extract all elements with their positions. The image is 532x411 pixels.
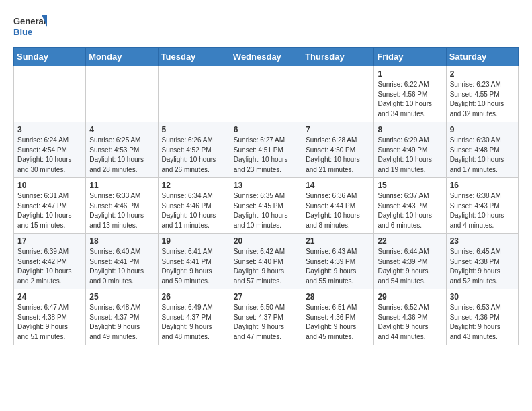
day-number: 1	[378, 69, 442, 79]
day-info: Sunrise: 6:52 AM Sunset: 4:36 PM Dayligh…	[378, 303, 442, 342]
day-number: 18	[89, 236, 154, 246]
day-info: Sunrise: 6:44 AM Sunset: 4:39 PM Dayligh…	[378, 247, 442, 286]
day-info: Sunrise: 6:28 AM Sunset: 4:50 PM Dayligh…	[306, 136, 370, 175]
day-number: 5	[162, 125, 226, 134]
calendar-cell: 2Sunrise: 6:23 AM Sunset: 4:55 PM Daylig…	[446, 66, 518, 122]
week-row-1: 3Sunrise: 6:24 AM Sunset: 4:54 PM Daylig…	[14, 122, 519, 178]
day-number: 9	[450, 125, 515, 134]
calendar-cell: 7Sunrise: 6:28 AM Sunset: 4:50 PM Daylig…	[302, 122, 374, 178]
calendar-cell: 14Sunrise: 6:36 AM Sunset: 4:44 PM Dayli…	[302, 178, 374, 234]
calendar-cell: 15Sunrise: 6:37 AM Sunset: 4:43 PM Dayli…	[374, 178, 446, 234]
calendar-cell: 4Sunrise: 6:25 AM Sunset: 4:53 PM Daylig…	[86, 122, 158, 178]
day-number: 21	[306, 236, 370, 246]
day-number: 20	[234, 236, 298, 246]
day-info: Sunrise: 6:41 AM Sunset: 4:41 PM Dayligh…	[162, 247, 226, 286]
day-number: 4	[89, 125, 154, 134]
weekday-header-tuesday: Tuesday	[158, 48, 230, 66]
day-number: 19	[162, 236, 226, 246]
weekday-header-wednesday: Wednesday	[230, 48, 302, 66]
weekday-header-sunday: Sunday	[14, 48, 86, 66]
day-info: Sunrise: 6:48 AM Sunset: 4:37 PM Dayligh…	[89, 303, 154, 342]
day-number: 29	[378, 292, 442, 302]
day-info: Sunrise: 6:24 AM Sunset: 4:54 PM Dayligh…	[17, 136, 82, 175]
day-number: 12	[162, 181, 226, 190]
day-number: 10	[17, 181, 82, 190]
calendar-cell: 20Sunrise: 6:42 AM Sunset: 4:40 PM Dayli…	[230, 234, 302, 289]
day-info: Sunrise: 6:30 AM Sunset: 4:48 PM Dayligh…	[450, 136, 515, 175]
calendar-cell: 6Sunrise: 6:27 AM Sunset: 4:51 PM Daylig…	[230, 122, 302, 178]
day-info: Sunrise: 6:45 AM Sunset: 4:38 PM Dayligh…	[450, 247, 515, 286]
calendar-cell: 30Sunrise: 6:53 AM Sunset: 4:36 PM Dayli…	[446, 289, 518, 345]
day-info: Sunrise: 6:23 AM Sunset: 4:55 PM Dayligh…	[450, 80, 515, 119]
day-number: 11	[89, 181, 154, 190]
calendar-cell: 21Sunrise: 6:43 AM Sunset: 4:39 PM Dayli…	[302, 234, 374, 289]
day-info: Sunrise: 6:29 AM Sunset: 4:49 PM Dayligh…	[378, 136, 442, 175]
day-info: Sunrise: 6:26 AM Sunset: 4:52 PM Dayligh…	[162, 136, 226, 175]
day-number: 25	[89, 292, 154, 302]
calendar-cell: 13Sunrise: 6:35 AM Sunset: 4:45 PM Dayli…	[230, 178, 302, 234]
day-info: Sunrise: 6:36 AM Sunset: 4:44 PM Dayligh…	[306, 191, 370, 230]
weekday-header-monday: Monday	[86, 48, 158, 66]
day-number: 27	[234, 292, 298, 302]
day-info: Sunrise: 6:51 AM Sunset: 4:36 PM Dayligh…	[306, 303, 370, 342]
day-info: Sunrise: 6:35 AM Sunset: 4:45 PM Dayligh…	[234, 191, 298, 230]
day-number: 28	[306, 292, 370, 302]
day-info: Sunrise: 6:38 AM Sunset: 4:43 PM Dayligh…	[450, 191, 515, 230]
calendar-cell: 28Sunrise: 6:51 AM Sunset: 4:36 PM Dayli…	[302, 289, 374, 345]
day-info: Sunrise: 6:22 AM Sunset: 4:56 PM Dayligh…	[378, 80, 442, 119]
calendar-cell	[158, 66, 230, 122]
logo-svg: General Blue	[13, 13, 47, 40]
day-number: 14	[306, 181, 370, 190]
svg-text:General: General	[13, 16, 46, 26]
day-info: Sunrise: 6:40 AM Sunset: 4:41 PM Dayligh…	[89, 247, 154, 286]
calendar-cell: 24Sunrise: 6:47 AM Sunset: 4:38 PM Dayli…	[14, 289, 86, 345]
day-info: Sunrise: 6:25 AM Sunset: 4:53 PM Dayligh…	[89, 136, 154, 175]
calendar-cell: 16Sunrise: 6:38 AM Sunset: 4:43 PM Dayli…	[446, 178, 518, 234]
calendar-cell: 29Sunrise: 6:52 AM Sunset: 4:36 PM Dayli…	[374, 289, 446, 345]
calendar-cell: 9Sunrise: 6:30 AM Sunset: 4:48 PM Daylig…	[446, 122, 518, 178]
day-number: 8	[378, 125, 442, 134]
day-number: 6	[234, 125, 298, 134]
weekday-header-friday: Friday	[374, 48, 446, 66]
day-number: 7	[306, 125, 370, 134]
day-info: Sunrise: 6:33 AM Sunset: 4:46 PM Dayligh…	[89, 191, 154, 230]
day-number: 13	[234, 181, 298, 190]
calendar-cell: 12Sunrise: 6:34 AM Sunset: 4:46 PM Dayli…	[158, 178, 230, 234]
day-number: 3	[17, 125, 82, 134]
calendar-cell: 17Sunrise: 6:39 AM Sunset: 4:42 PM Dayli…	[14, 234, 86, 289]
day-info: Sunrise: 6:42 AM Sunset: 4:40 PM Dayligh…	[234, 247, 298, 286]
calendar-cell: 18Sunrise: 6:40 AM Sunset: 4:41 PM Dayli…	[86, 234, 158, 289]
calendar-cell: 11Sunrise: 6:33 AM Sunset: 4:46 PM Dayli…	[86, 178, 158, 234]
day-info: Sunrise: 6:49 AM Sunset: 4:37 PM Dayligh…	[162, 303, 226, 342]
day-number: 24	[17, 292, 82, 302]
calendar-cell	[14, 66, 86, 122]
day-info: Sunrise: 6:47 AM Sunset: 4:38 PM Dayligh…	[17, 303, 82, 342]
day-info: Sunrise: 6:50 AM Sunset: 4:37 PM Dayligh…	[234, 303, 298, 342]
calendar-cell	[86, 66, 158, 122]
week-row-4: 24Sunrise: 6:47 AM Sunset: 4:38 PM Dayli…	[14, 289, 519, 345]
calendar-cell: 25Sunrise: 6:48 AM Sunset: 4:37 PM Dayli…	[86, 289, 158, 345]
weekday-header-saturday: Saturday	[446, 48, 518, 66]
week-row-2: 10Sunrise: 6:31 AM Sunset: 4:47 PM Dayli…	[14, 178, 519, 234]
day-number: 17	[17, 236, 82, 246]
day-number: 30	[450, 292, 515, 302]
calendar-cell: 23Sunrise: 6:45 AM Sunset: 4:38 PM Dayli…	[446, 234, 518, 289]
day-info: Sunrise: 6:53 AM Sunset: 4:36 PM Dayligh…	[450, 303, 515, 342]
calendar-cell: 5Sunrise: 6:26 AM Sunset: 4:52 PM Daylig…	[158, 122, 230, 178]
day-number: 15	[378, 181, 442, 190]
svg-text:Blue: Blue	[13, 27, 32, 37]
calendar-cell: 26Sunrise: 6:49 AM Sunset: 4:37 PM Dayli…	[158, 289, 230, 345]
calendar-cell: 10Sunrise: 6:31 AM Sunset: 4:47 PM Dayli…	[14, 178, 86, 234]
day-info: Sunrise: 6:43 AM Sunset: 4:39 PM Dayligh…	[306, 247, 370, 286]
calendar-cell: 8Sunrise: 6:29 AM Sunset: 4:49 PM Daylig…	[374, 122, 446, 178]
day-info: Sunrise: 6:34 AM Sunset: 4:46 PM Dayligh…	[162, 191, 226, 230]
day-number: 23	[450, 236, 515, 246]
page: General Blue SundayMondayTuesdayWednesda…	[0, 0, 532, 352]
week-row-3: 17Sunrise: 6:39 AM Sunset: 4:42 PM Dayli…	[14, 234, 519, 289]
calendar-cell: 19Sunrise: 6:41 AM Sunset: 4:41 PM Dayli…	[158, 234, 230, 289]
header: General Blue	[13, 13, 519, 40]
calendar-cell	[230, 66, 302, 122]
calendar-cell: 1Sunrise: 6:22 AM Sunset: 4:56 PM Daylig…	[374, 66, 446, 122]
day-number: 22	[378, 236, 442, 246]
calendar-cell: 3Sunrise: 6:24 AM Sunset: 4:54 PM Daylig…	[14, 122, 86, 178]
